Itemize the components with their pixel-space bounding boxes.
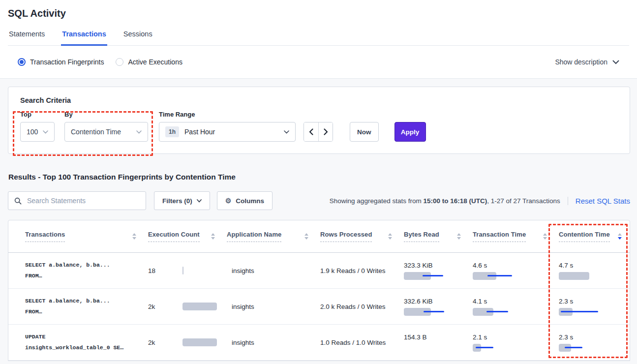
- chevron-down-icon: [197, 199, 202, 203]
- chevron-down-icon: [43, 130, 48, 134]
- bytes-read-cell: 332.6 KiB: [404, 298, 473, 316]
- contention-time-cell: 4.7 s: [559, 262, 624, 280]
- time-nav-buttons: [303, 122, 333, 142]
- contention-time-bar: [559, 344, 606, 352]
- next-time-button[interactable]: [318, 122, 333, 141]
- sort-icon[interactable]: [211, 233, 215, 240]
- search-icon: [14, 197, 22, 205]
- gear-icon: ⚙: [225, 197, 232, 204]
- transaction-fingerprint-link[interactable]: SELECT a.balance, b.ba...FROM…: [25, 296, 148, 318]
- column-header-contention-time[interactable]: Contention Time: [559, 231, 624, 242]
- time-range-select[interactable]: 1h Past Hour: [159, 122, 296, 142]
- bytes-read-cell: 323.3 KiB: [404, 262, 473, 280]
- chevron-down-icon: [136, 130, 142, 134]
- search-criteria-title: Search Criteria: [20, 96, 618, 104]
- execution-count-value: 2k: [148, 303, 176, 310]
- contention-time-bar: [559, 272, 606, 280]
- chevron-left-icon: [309, 128, 313, 135]
- transaction-time-bar: [473, 308, 519, 316]
- transaction-fingerprint-link[interactable]: SELECT a.balance, b.ba...FROM…: [25, 260, 148, 282]
- radio-label: Transaction Fingerprints: [30, 58, 104, 66]
- stats-summary: Showing aggregated stats from 15:00 to 1…: [330, 197, 560, 205]
- execution-count-bar: [182, 267, 183, 274]
- prev-time-button[interactable]: [304, 122, 318, 141]
- chevron-down-icon: [612, 60, 619, 64]
- transaction-fingerprint-link[interactable]: UPDATEinsights_workload_table_0 SE…: [25, 332, 148, 354]
- filters-label: Filters (0): [162, 197, 192, 205]
- results-heading: Results - Top 100 Transaction Fingerprin…: [8, 173, 630, 182]
- execution-count-bar: [182, 338, 217, 346]
- sort-icon[interactable]: [457, 233, 461, 240]
- table-row[interactable]: SELECT a.balance, b.ba...FROM… 2k insigh…: [8, 289, 630, 325]
- tab-statements[interactable]: Statements: [8, 30, 46, 45]
- radio-label: Active Executions: [128, 58, 182, 66]
- sort-icon[interactable]: [543, 233, 547, 240]
- radio-selected-icon[interactable]: [18, 58, 26, 66]
- tab-sessions[interactable]: Sessions: [122, 30, 153, 45]
- rows-processed-value: 1.9 k Reads / 0 Writes: [320, 267, 404, 274]
- application-name-value: insights: [227, 303, 320, 310]
- contention-time-cell: 2.3 s: [559, 334, 624, 352]
- transaction-time-cell: 4.1 s: [473, 298, 559, 316]
- column-header-rows-processed[interactable]: Rows Processed: [320, 231, 404, 242]
- bytes-read-bar: [404, 344, 451, 352]
- content-area: Search Criteria Top 100 By Contention Ti…: [0, 79, 637, 364]
- sort-icon-descending[interactable]: [618, 233, 622, 240]
- transaction-time-cell: 2.1 s: [473, 334, 559, 352]
- tab-transactions[interactable]: Transactions: [61, 30, 107, 46]
- application-name-value: insights: [227, 339, 320, 346]
- table-row[interactable]: UPDATEinsights_workload_table_0 SE… 2k i…: [8, 325, 630, 361]
- column-header-transactions[interactable]: Transactions: [25, 231, 148, 242]
- columns-label: Columns: [236, 197, 264, 205]
- search-statements-box[interactable]: [8, 191, 146, 210]
- sort-icon[interactable]: [304, 233, 308, 240]
- execution-count-bar: [182, 303, 217, 310]
- sort-icon[interactable]: [388, 233, 392, 240]
- rows-processed-value: 1.0 Reads / 1.0 Writes: [320, 339, 404, 346]
- top-label: Top: [20, 111, 55, 118]
- sort-icon[interactable]: [132, 233, 136, 240]
- time-range-badge: 1h: [165, 126, 179, 137]
- execution-count-value: 2k: [148, 339, 176, 346]
- filters-button[interactable]: Filters (0): [154, 191, 210, 210]
- time-range-label: Time Range: [159, 111, 296, 118]
- transaction-time-cell: 4.6 s: [473, 262, 559, 280]
- rows-processed-value: 2.0 k Reads / 0 Writes: [320, 303, 404, 310]
- table-row[interactable]: SELECT a.balance, b.ba...FROM… 18 insigh…: [8, 253, 630, 289]
- table-header-row: Transactions Execution Count Application…: [8, 220, 630, 253]
- by-label: By: [64, 111, 148, 118]
- apply-button[interactable]: Apply: [394, 122, 426, 142]
- view-toggle-bar: Transaction Fingerprints Active Executio…: [0, 46, 637, 79]
- results-toolbar: Filters (0) ⚙ Columns Showing aggregated…: [8, 191, 630, 210]
- top-select[interactable]: 100: [20, 122, 55, 142]
- column-header-transaction-time[interactable]: Transaction Time: [473, 231, 559, 242]
- time-range-value: Past Hour: [184, 128, 284, 136]
- transaction-time-bar: [473, 272, 519, 280]
- now-button[interactable]: Now: [350, 122, 379, 142]
- column-header-bytes-read[interactable]: Bytes Read: [404, 231, 473, 242]
- application-name-value: insights: [227, 267, 320, 274]
- radio-active-executions[interactable]: Active Executions: [116, 58, 182, 66]
- chevron-down-icon: [284, 130, 289, 134]
- radio-transaction-fingerprints[interactable]: Transaction Fingerprints: [18, 58, 104, 66]
- column-header-execution-count[interactable]: Execution Count: [148, 231, 227, 242]
- columns-button[interactable]: ⚙ Columns: [217, 191, 273, 210]
- transaction-time-bar: [473, 344, 519, 352]
- search-criteria-panel: Search Criteria Top 100 By Contention Ti…: [8, 87, 630, 154]
- column-header-application-name[interactable]: Application Name: [227, 231, 320, 242]
- top-select-value: 100: [27, 128, 38, 136]
- transactions-table: Transactions Execution Count Application…: [8, 220, 630, 361]
- bytes-read-cell: 154.3 B: [404, 334, 473, 352]
- reset-sql-stats-link[interactable]: Reset SQL Stats: [568, 197, 630, 205]
- search-input[interactable]: [26, 196, 140, 205]
- contention-time-bar: [559, 308, 606, 316]
- by-select[interactable]: Contention Time: [64, 122, 148, 142]
- contention-time-cell: 2.3 s: [559, 298, 624, 316]
- bytes-read-bar: [404, 272, 451, 280]
- radio-unselected-icon[interactable]: [116, 58, 123, 66]
- chevron-right-icon: [324, 128, 328, 135]
- show-description-toggle[interactable]: Show description: [555, 58, 619, 66]
- bytes-read-bar: [404, 308, 451, 316]
- by-select-value: Contention Time: [71, 128, 121, 136]
- show-description-label: Show description: [555, 58, 607, 66]
